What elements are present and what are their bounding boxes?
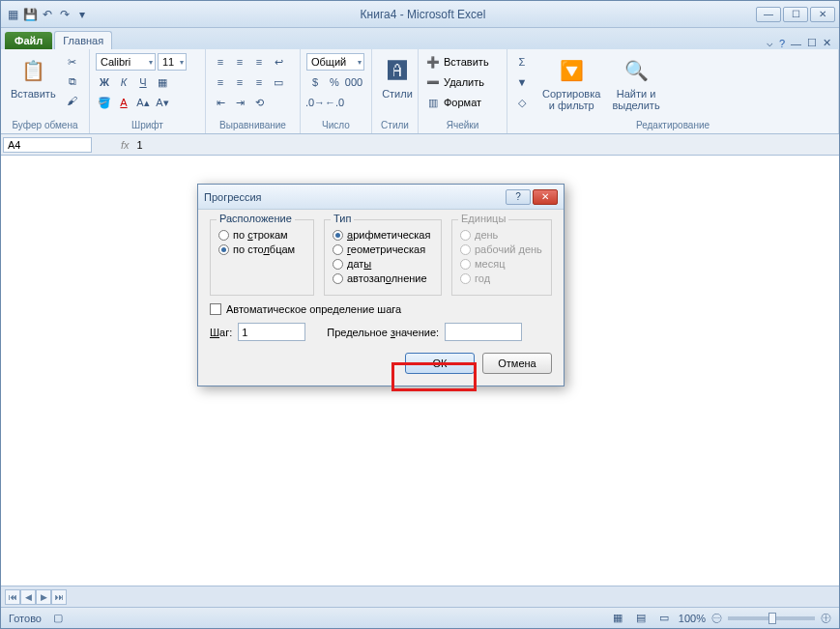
- styles-button[interactable]: 🅰Стили: [378, 53, 417, 101]
- dialog-close-button[interactable]: ✕: [533, 189, 558, 205]
- ok-button[interactable]: ОК: [405, 353, 475, 374]
- font-size-combo[interactable]: 11: [158, 53, 187, 71]
- group-clipboard-label: Буфер обмена: [7, 120, 83, 131]
- radio-arithmetic[interactable]: арифметическая: [333, 229, 433, 241]
- group-styles-label: Стили: [378, 120, 412, 131]
- number-format-combo[interactable]: Общий: [306, 53, 364, 71]
- quick-access-toolbar: ▦ 💾 ↶ ↷ ▾: [5, 7, 90, 22]
- font-color-icon[interactable]: A: [115, 94, 132, 111]
- status-bar: Готово ▢ ▦ ▤ ▭ 100% ㊀ ㊉: [1, 607, 839, 628]
- format-painter-icon[interactable]: 🖌: [64, 92, 81, 109]
- window-title: Книга4 - Microsoft Excel: [90, 8, 756, 21]
- indent-inc-icon[interactable]: ⇥: [231, 94, 248, 111]
- align-bottom-icon[interactable]: ≡: [250, 53, 268, 71]
- autosum-icon[interactable]: Σ: [513, 53, 531, 71]
- sheet-nav-first-icon[interactable]: ⏮: [5, 589, 20, 605]
- ribbon-minimize-icon[interactable]: ⌵: [767, 37, 773, 49]
- dialog-help-button[interactable]: ?: [506, 189, 531, 205]
- formula-bar: fx: [1, 134, 839, 156]
- radio-workday: рабочий день: [460, 243, 543, 255]
- ribbon: 📋 Вставить ✂ ⧉ 🖌 Буфер обмена Calibri 11…: [1, 49, 839, 134]
- view-layout-icon[interactable]: ▤: [632, 610, 650, 627]
- underline-icon[interactable]: Ч: [134, 73, 152, 91]
- tab-file[interactable]: Файл: [5, 32, 52, 49]
- dec-decimal-icon[interactable]: ←.0: [326, 94, 343, 111]
- align-right-icon[interactable]: ≡: [250, 73, 268, 91]
- sheet-nav-last-icon[interactable]: ⏭: [51, 589, 67, 605]
- italic-icon[interactable]: К: [115, 73, 132, 91]
- name-box[interactable]: [3, 137, 92, 153]
- save-icon[interactable]: 💾: [22, 7, 38, 22]
- percent-icon[interactable]: %: [326, 73, 343, 91]
- indent-dec-icon[interactable]: ⇤: [212, 94, 229, 111]
- paste-button[interactable]: 📋 Вставить: [7, 53, 60, 101]
- currency-icon[interactable]: $: [306, 73, 324, 91]
- limit-input[interactable]: [445, 323, 522, 341]
- insert-cells-icon: ➕: [424, 53, 442, 71]
- align-middle-icon[interactable]: ≡: [231, 53, 248, 71]
- sort-filter-button[interactable]: 🔽Сортировка и фильтр: [538, 53, 604, 113]
- formula-input[interactable]: [133, 138, 617, 152]
- align-center-icon[interactable]: ≡: [231, 73, 248, 91]
- tab-Главная[interactable]: Главная: [54, 31, 112, 49]
- close-button[interactable]: ✕: [810, 7, 835, 22]
- radio-by-rows[interactable]: по строкам: [218, 229, 305, 241]
- step-label: Шаг:: [210, 327, 232, 338]
- format-cells-button[interactable]: ▥Формат: [424, 94, 489, 111]
- inc-decimal-icon[interactable]: .0→: [306, 94, 324, 111]
- ribbon-tabs: Файл Главная ⌵ ? — ☐ ✕: [1, 28, 839, 49]
- fx-icon[interactable]: fx: [121, 139, 130, 151]
- dialog-titlebar[interactable]: Прогрессия ? ✕: [198, 185, 564, 210]
- zoom-out-icon[interactable]: ㊀: [711, 611, 722, 625]
- doc-minimize-icon[interactable]: —: [791, 38, 801, 49]
- sheet-nav-next-icon[interactable]: ▶: [36, 589, 51, 605]
- bold-icon[interactable]: Ж: [96, 73, 113, 91]
- comma-icon[interactable]: 000: [345, 73, 362, 91]
- find-select-button[interactable]: 🔍Найти и выделить: [608, 53, 663, 113]
- align-left-icon[interactable]: ≡: [212, 73, 229, 91]
- step-input[interactable]: [238, 323, 305, 341]
- fill-icon[interactable]: ▼: [513, 73, 531, 91]
- redo-icon[interactable]: ↷: [57, 7, 72, 22]
- progression-dialog: Прогрессия ? ✕ Расположение по строкам п…: [197, 184, 565, 386]
- delete-cells-button[interactable]: ➖Удалить: [424, 73, 489, 91]
- zoom-slider[interactable]: [728, 616, 815, 620]
- dialog-title: Прогрессия: [204, 191, 262, 203]
- orientation-icon[interactable]: ⟲: [250, 94, 268, 111]
- merge-icon[interactable]: ▭: [270, 73, 287, 91]
- copy-icon[interactable]: ⧉: [64, 72, 81, 90]
- doc-restore-icon[interactable]: ☐: [807, 37, 817, 49]
- doc-close-icon[interactable]: ✕: [823, 37, 831, 49]
- wrap-text-icon[interactable]: ↩: [270, 53, 287, 71]
- qat-dropdown-icon[interactable]: ▾: [74, 7, 90, 22]
- limit-label: Предельное значение:: [327, 327, 439, 338]
- border-icon[interactable]: ▦: [154, 73, 171, 91]
- view-pagebreak-icon[interactable]: ▭: [655, 610, 673, 627]
- view-normal-icon[interactable]: ▦: [609, 610, 626, 627]
- auto-step-checkbox[interactable]: Автоматическое определение шага: [210, 303, 552, 315]
- insert-cells-button[interactable]: ➕Вставить: [424, 53, 489, 71]
- status-ready: Готово: [9, 613, 42, 624]
- radio-dates[interactable]: даты: [333, 258, 433, 270]
- help-icon[interactable]: ?: [779, 38, 785, 49]
- clear-icon[interactable]: ◇: [513, 94, 531, 111]
- macro-record-icon[interactable]: ▢: [49, 610, 67, 627]
- zoom-in-icon[interactable]: ㊉: [821, 611, 831, 625]
- cancel-button[interactable]: Отмена: [482, 353, 552, 374]
- radio-geometric[interactable]: геометрическая: [333, 243, 433, 255]
- group-align-label: Выравнивание: [212, 120, 294, 131]
- grow-font-icon[interactable]: A▴: [134, 94, 152, 111]
- maximize-button[interactable]: ☐: [783, 7, 808, 22]
- fill-color-icon[interactable]: 🪣: [96, 94, 113, 111]
- sheet-nav-prev-icon[interactable]: ◀: [20, 589, 36, 605]
- radio-autofill[interactable]: автозаполнение: [333, 272, 433, 284]
- minimize-button[interactable]: —: [756, 7, 781, 22]
- radio-by-columns[interactable]: по столбцам: [218, 243, 305, 255]
- cut-icon[interactable]: ✂: [64, 53, 81, 71]
- find-icon: 🔍: [621, 55, 652, 86]
- align-top-icon[interactable]: ≡: [212, 53, 229, 71]
- shrink-font-icon[interactable]: A▾: [154, 94, 171, 111]
- radio-day: день: [460, 229, 543, 241]
- font-family-combo[interactable]: Calibri: [96, 53, 156, 71]
- undo-icon[interactable]: ↶: [40, 7, 55, 22]
